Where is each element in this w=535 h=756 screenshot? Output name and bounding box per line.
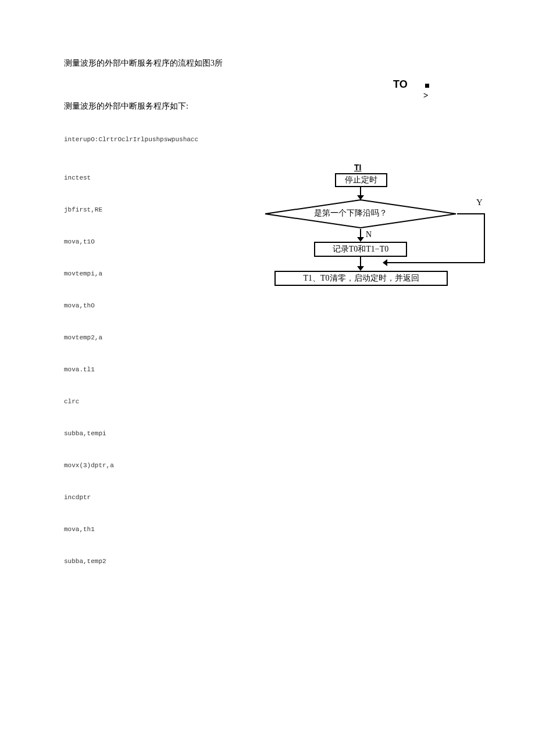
flowchart-box-clear-return: T1、T0清零，启动定时，并返回 [274, 271, 448, 286]
no-label: N [366, 230, 372, 239]
flowchart-diagram: TI 停止定时 是第一个下降沿吗？ Y N 记录T0和T1−T0 T1、T0清零… [247, 163, 497, 308]
greater-than-icon: > [423, 91, 428, 100]
code-line: mova,t1O [64, 238, 198, 245]
paragraph-code-intro: 测量波形的外部中断服务程序如下: [64, 101, 188, 112]
connector-line [386, 262, 485, 263]
square-marker-icon [425, 84, 429, 88]
code-line: movx(3)dptr,a [64, 462, 198, 469]
code-line: jbfirst,RE [64, 206, 198, 213]
code-line: inctest [64, 174, 198, 181]
tl-label: TI [354, 163, 361, 172]
arrowhead-icon [383, 259, 387, 266]
flowchart-decision: 是第一个下降沿吗？ [264, 199, 457, 229]
yes-label: Y [476, 198, 483, 207]
arrowhead-icon [357, 266, 364, 271]
flowchart-box-stop-timer: 停止定时 [335, 173, 387, 187]
to-label: TO [393, 78, 408, 91]
code-line: subba,temp2 [64, 558, 198, 565]
connector-line [457, 213, 485, 214]
connector-line [484, 213, 485, 263]
code-line: mova.tl1 [64, 366, 198, 373]
paragraph-flow-intro: 测量波形的外部中断服务程序的流程如图3所 [64, 58, 223, 69]
arrowhead-icon [357, 237, 364, 242]
code-line: subba,tempi [64, 430, 198, 437]
code-line: interupO:ClrtrOclrIrlpushpswpushacc [64, 136, 198, 143]
code-line: movtemp2,a [64, 334, 198, 341]
assembly-code-block: interupO:ClrtrOclrIrlpushpswpushacc inct… [64, 136, 198, 590]
flowchart-box-record: 记录T0和T1−T0 [314, 242, 407, 257]
decision-text: 是第一个下降沿吗？ [314, 208, 387, 218]
code-line: clrc [64, 398, 198, 405]
code-line: mova,thO [64, 302, 198, 309]
code-line: mova,th1 [64, 526, 198, 533]
code-line: incdptr [64, 494, 198, 501]
code-line: movtempi,a [64, 270, 198, 277]
